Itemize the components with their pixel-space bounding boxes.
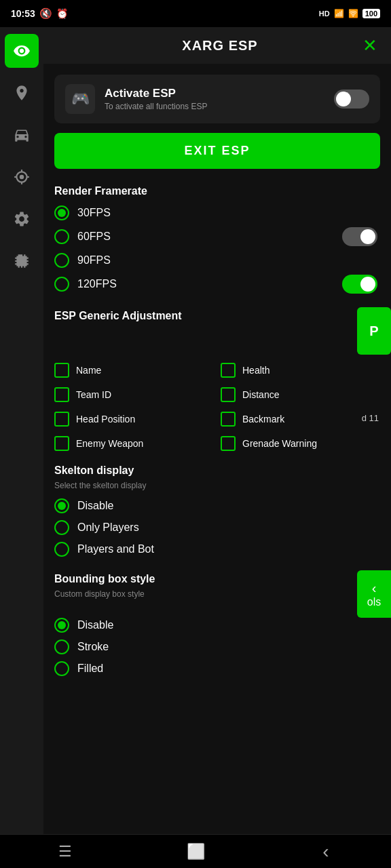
- partial-p-button[interactable]: P: [357, 307, 391, 355]
- home-button[interactable]: ⬜: [175, 838, 216, 865]
- main-content: XARG ESP ✕ 🎮 Activate ESP To activate al…: [43, 27, 391, 834]
- radio-120fps: [54, 277, 69, 292]
- check-health-label: Health: [242, 364, 269, 376]
- settings-icon: [13, 210, 31, 228]
- skelton-playersbot-label: Players and Bot: [77, 543, 154, 555]
- radio-bbox-stroke: [54, 639, 69, 654]
- vehicle-icon: [13, 126, 31, 144]
- skelton-option-playersbot[interactable]: Players and Bot: [54, 542, 380, 557]
- skelton-option-disable[interactable]: Disable: [54, 498, 380, 513]
- alarm-icon: ⏰: [56, 8, 68, 19]
- toggle-thumb: [336, 92, 351, 106]
- checkbox-health[interactable]: Health: [221, 363, 380, 378]
- sidebar-item-memory[interactable]: [5, 244, 39, 278]
- bbox-option-stroke[interactable]: Stroke: [54, 639, 380, 654]
- toggle-thumb-r1: [360, 229, 375, 244]
- render-framerate-section: Render Framerate 30FPS 60FPS: [54, 185, 380, 294]
- checkbox-distance[interactable]: Distance: [221, 387, 380, 402]
- skelton-display-subtitle: Select the skelton display: [54, 481, 380, 490]
- menu-button[interactable]: ☰: [45, 838, 86, 865]
- fps-option-30[interactable]: 30FPS: [54, 205, 380, 220]
- right-toggle-2[interactable]: [342, 275, 377, 294]
- checkbox-headpos[interactable]: Head Position: [54, 412, 214, 427]
- check-health: [221, 363, 236, 378]
- sidebar-item-vehicle[interactable]: [5, 118, 39, 152]
- chip-icon: [13, 252, 31, 270]
- check-name-label: Name: [76, 364, 101, 376]
- sidebar-item-settings[interactable]: [5, 202, 39, 236]
- skelton-display-title: Skelton display: [54, 465, 380, 477]
- mute-icon: 🔇: [39, 7, 52, 20]
- back-button[interactable]: ‹: [305, 838, 346, 865]
- check-grenade: [221, 436, 236, 451]
- fps-option-60[interactable]: 60FPS: [54, 229, 342, 244]
- radio-30fps: [54, 205, 69, 220]
- esp-generic-title: ESP Generic Adjustment: [54, 310, 182, 322]
- fps-option-120[interactable]: 120FPS: [54, 277, 342, 292]
- bounding-box-subtitle: Custom display box style: [54, 589, 155, 599]
- fps-30-label: 30FPS: [77, 207, 111, 219]
- esp-generic-section: ESP Generic Adjustment P Name Health: [54, 307, 380, 451]
- sidebar: [0, 27, 43, 834]
- check-enemyweapon-label: Enemy Weapon: [76, 437, 143, 450]
- radio-bbox-filled: [54, 661, 69, 676]
- check-enemyweapon: [54, 436, 69, 451]
- render-framerate-title: Render Framerate: [54, 185, 380, 197]
- app-title: XARG ESP: [182, 38, 257, 54]
- partial-number: d 11: [362, 412, 380, 423]
- check-backmark-label: Backmark: [242, 413, 284, 425]
- sidebar-item-aimbot[interactable]: [5, 160, 39, 194]
- status-left: 10:53 🔇 ⏰: [11, 7, 68, 20]
- check-distance: [221, 387, 236, 402]
- app-container: XARG ESP ✕ 🎮 Activate ESP To activate al…: [0, 27, 391, 834]
- time-display: 10:53: [11, 8, 35, 19]
- bbox-disable-label: Disable: [77, 619, 113, 631]
- bottom-nav: ☰ ⬜ ‹: [0, 834, 391, 868]
- activate-esp-card: 🎮 Activate ESP To activate all functions…: [54, 75, 380, 123]
- sidebar-item-location[interactable]: [5, 76, 39, 110]
- battery-indicator: 100: [362, 9, 380, 18]
- radio-skelton-disable: [54, 498, 69, 513]
- checkbox-name[interactable]: Name: [54, 363, 214, 378]
- check-teamid: [54, 387, 69, 402]
- bbox-option-filled[interactable]: Filled: [54, 661, 380, 676]
- check-headpos: [54, 412, 69, 427]
- activate-esp-title: Activate ESP: [105, 87, 324, 100]
- chevron-left-icon: ‹: [372, 580, 377, 596]
- check-headpos-label: Head Position: [76, 413, 135, 425]
- activate-esp-icon: 🎮: [65, 84, 95, 114]
- fps-option-90[interactable]: 90FPS: [54, 253, 380, 268]
- radio-60fps: [54, 229, 69, 244]
- check-grenade-label: Grenade Warning: [242, 437, 317, 450]
- checkbox-grenade[interactable]: Grenade Warning: [221, 436, 380, 451]
- activate-esp-toggle[interactable]: [334, 90, 369, 108]
- crosshair-icon: [13, 168, 31, 186]
- exit-esp-button[interactable]: EXIT ESP: [54, 133, 380, 169]
- settings-panel: 🎮 Activate ESP To activate all functions…: [43, 64, 391, 834]
- checkbox-backmark[interactable]: Backmark: [221, 412, 359, 427]
- sidebar-item-esp[interactable]: [5, 34, 39, 68]
- status-bar: 10:53 🔇 ⏰ HD 📶 🛜 100: [0, 0, 391, 27]
- checkbox-teamid[interactable]: Team ID: [54, 387, 214, 402]
- bounding-box-title: Bounding box style: [54, 573, 155, 585]
- toggle-thumb-r2: [360, 277, 375, 292]
- skelton-option-players[interactable]: Only Players: [54, 520, 380, 535]
- close-button[interactable]: ✕: [362, 37, 377, 54]
- bbox-filled-label: Filled: [77, 663, 103, 675]
- check-backmark: [221, 412, 236, 427]
- hd-badge: HD: [319, 9, 330, 18]
- wifi-icon: 🛜: [348, 9, 358, 18]
- esp-generic-grid: Name Health Team ID Distance: [54, 363, 380, 451]
- check-distance-label: Distance: [242, 389, 279, 401]
- fps-60-label: 60FPS: [77, 231, 111, 243]
- eye-icon: [13, 42, 31, 60]
- partial-tools-button[interactable]: ‹ ols: [357, 570, 391, 618]
- checkbox-enemyweapon[interactable]: Enemy Weapon: [54, 436, 214, 451]
- bbox-option-disable[interactable]: Disable: [54, 618, 380, 633]
- activate-esp-subtitle: To activate all functions ESP: [105, 102, 324, 111]
- right-toggle-1[interactable]: [342, 227, 377, 246]
- skelton-players-label: Only Players: [77, 521, 139, 534]
- bbox-stroke-label: Stroke: [77, 641, 109, 653]
- skelton-options-list: Disable Only Players Players and Bot: [54, 498, 380, 557]
- fps-list: 30FPS 60FPS: [54, 205, 380, 294]
